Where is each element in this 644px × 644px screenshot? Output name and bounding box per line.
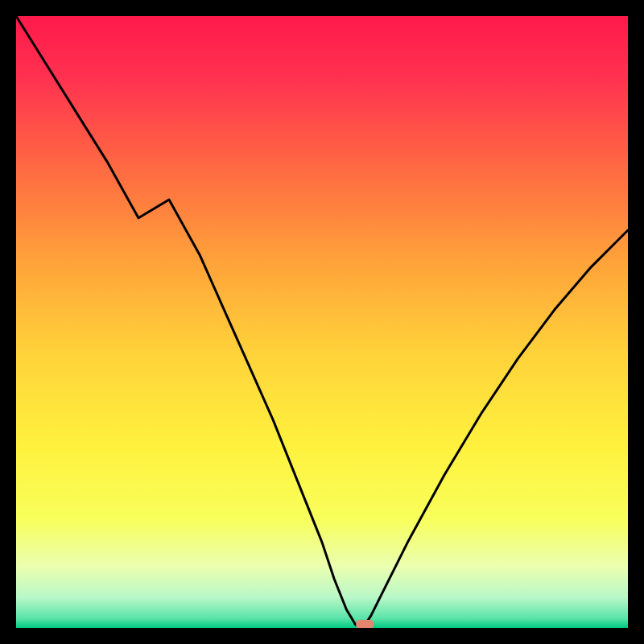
chart-svg [16,16,628,628]
optimal-marker [356,620,374,628]
chart-frame: TheBottleneck.com [16,16,628,628]
gradient-background [16,16,628,628]
